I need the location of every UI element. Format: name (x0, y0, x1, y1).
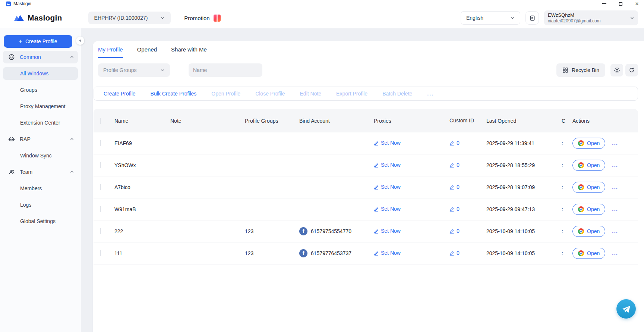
sidebar-item-window-sync[interactable]: Window Sync (3, 149, 78, 162)
facebook-icon: f (299, 227, 307, 235)
table-row: 111 123 f61579776453737 Set Now 0 2025-1… (94, 242, 638, 264)
bulk-action-toolbar: Create Profile Bulk Create Profiles Open… (94, 87, 638, 101)
set-now-label: Set Now (381, 184, 401, 190)
sidebar-section-team[interactable]: Team (3, 166, 78, 178)
open-profile-button[interactable]: Open (572, 182, 605, 193)
sidebar-item-proxy-management[interactable]: Proxy Management (3, 100, 78, 113)
open-profile-button[interactable]: Open (572, 226, 605, 237)
app-header: Maslogin EHPHRV (ID:1000027) Promotion E… (0, 7, 644, 28)
toolbar-bulk-create-profiles[interactable]: Bulk Create Profiles (151, 91, 197, 97)
name-search-input[interactable] (193, 67, 261, 73)
set-now-label: Set Now (381, 250, 401, 256)
set-now-link[interactable]: Set Now (374, 250, 401, 256)
triangle-left-icon (79, 39, 81, 42)
row-more-button[interactable]: ... (612, 228, 618, 234)
row-checkbox[interactable] (100, 162, 101, 168)
sidebar-section-rap[interactable]: RAP (3, 133, 78, 145)
chrome-icon (578, 228, 584, 234)
custom-id-edit-link[interactable]: 0 (449, 250, 460, 256)
robot-icon (8, 136, 15, 142)
row-more-button[interactable]: ... (612, 250, 618, 256)
account-dropdown[interactable]: EWzSQhzM xiaofei020907@gmail.com (544, 10, 638, 25)
row-checkbox[interactable] (100, 206, 101, 212)
toolbar-open-profile[interactable]: Open Profile (211, 91, 240, 97)
open-label: Open (587, 162, 600, 168)
minimize-button[interactable] (602, 1, 607, 6)
open-profile-button[interactable]: Open (572, 248, 605, 259)
profile-name: EIAF69 (110, 140, 166, 146)
globe-icon (8, 54, 15, 60)
custom-id-edit-link[interactable]: 0 (449, 140, 460, 146)
language-dropdown[interactable]: English (461, 11, 520, 25)
custom-id-value: 0 (457, 228, 460, 234)
close-button[interactable]: ✕ (634, 1, 640, 6)
row-more-button[interactable]: ... (612, 184, 618, 190)
telegram-support-button[interactable] (616, 299, 636, 319)
set-now-link[interactable]: Set Now (374, 206, 401, 212)
chrome-icon (578, 206, 584, 212)
set-now-link[interactable]: Set Now (374, 162, 401, 168)
open-profile-button[interactable]: Open (572, 160, 605, 171)
row-checkbox[interactable] (100, 250, 101, 256)
app-logo-icon (6, 1, 11, 6)
toolbar-close-profile[interactable]: Close Profile (255, 91, 285, 97)
profile-name: W91maB (110, 206, 166, 212)
row-more-button[interactable]: ... (612, 162, 618, 168)
tab-my-profile[interactable]: My Profile (98, 46, 123, 58)
chevron-down-icon (160, 68, 165, 72)
select-all-checkbox[interactable] (100, 118, 101, 124)
tab-opened[interactable]: Opened (137, 46, 157, 58)
custom-id-edit-link[interactable]: 0 (449, 162, 460, 168)
tab-share-with-me[interactable]: Share with Me (171, 46, 207, 58)
set-now-link[interactable]: Set Now (374, 140, 401, 146)
row-checkbox[interactable] (100, 228, 101, 234)
col-profile-groups: Profile Groups (240, 118, 295, 124)
sidebar-item-extension-center[interactable]: Extension Center (3, 116, 78, 129)
profile-name: 111 (110, 250, 166, 256)
custom-id-edit-link[interactable]: 0 (449, 206, 460, 212)
table-settings-button[interactable] (610, 64, 623, 76)
open-profile-button[interactable]: Open (572, 204, 605, 215)
promotion-link[interactable]: Promotion (184, 15, 220, 22)
recycle-bin-button[interactable]: Recycle Bin (556, 63, 605, 77)
set-now-link[interactable]: Set Now (374, 228, 401, 234)
profile-groups-select[interactable]: Profile Groups (98, 63, 170, 77)
row-more-button[interactable]: ... (612, 140, 618, 146)
edit-icon (449, 251, 454, 256)
toolbar-export-profile[interactable]: Export Profile (336, 91, 367, 97)
docs-button[interactable] (525, 11, 539, 25)
set-now-label: Set Now (381, 162, 401, 168)
team-icon (8, 169, 15, 175)
sidebar-item-global-settings[interactable]: Global Settings (3, 215, 78, 228)
set-now-label: Set Now (381, 228, 401, 234)
open-profile-button[interactable]: Open (572, 138, 605, 149)
sidebar-item-groups[interactable]: Groups (3, 84, 78, 96)
table-row: A7bico Set Now 0 2025-09-28 19:07:09 : O… (94, 176, 638, 198)
toolbar-more-button[interactable]: ... (427, 91, 434, 97)
team-selector-dropdown[interactable]: EHPHRV (ID:1000027) (88, 12, 171, 24)
sidebar-collapse-toggle[interactable] (76, 37, 84, 45)
custom-id-edit-link[interactable]: 0 (449, 228, 460, 234)
toolbar-create-profile[interactable]: Create Profile (104, 91, 136, 97)
row-more-button[interactable]: ... (612, 206, 618, 212)
edit-icon (374, 207, 379, 212)
facebook-icon: f (299, 249, 307, 257)
toolbar-edit-note[interactable]: Edit Note (300, 91, 322, 97)
clipped-cell: : (557, 162, 565, 168)
name-search-box (189, 63, 262, 77)
create-profile-button[interactable]: + Create Profile (4, 35, 72, 48)
brand-name: Maslogin (28, 13, 62, 22)
row-checkbox[interactable] (100, 140, 101, 146)
toolbar-batch-delete[interactable]: Batch Delete (382, 91, 412, 97)
open-label: Open (587, 250, 600, 256)
maximize-button[interactable] (618, 1, 623, 6)
edit-icon (374, 229, 379, 234)
row-checkbox[interactable] (100, 184, 101, 190)
set-now-link[interactable]: Set Now (374, 184, 401, 190)
sidebar-item-members[interactable]: Members (3, 182, 78, 195)
custom-id-edit-link[interactable]: 0 (449, 184, 460, 190)
refresh-button[interactable] (625, 64, 638, 76)
sidebar-item-all-windows[interactable]: All Windows (3, 67, 78, 80)
sidebar-section-common[interactable]: Common (3, 51, 78, 63)
sidebar-item-logs[interactable]: Logs (3, 198, 78, 211)
